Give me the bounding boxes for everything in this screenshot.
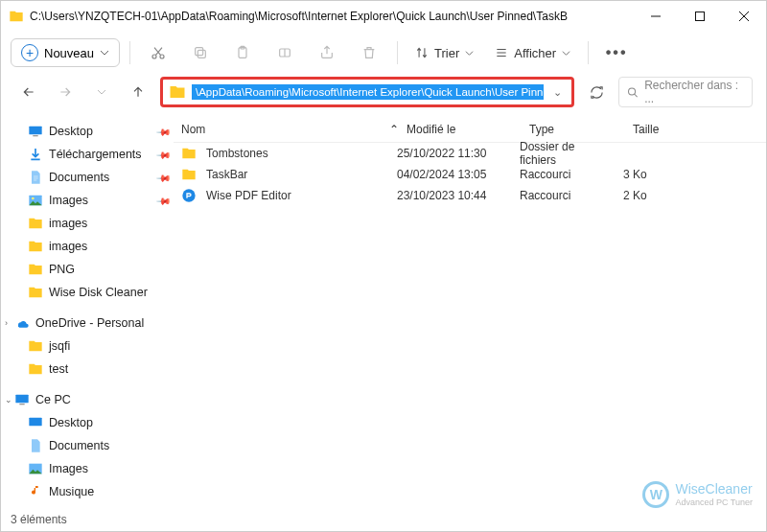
pin-icon: 📌: [156, 124, 172, 139]
toolbar: + Nouveau Trier Afficher •••: [1, 32, 766, 74]
sidebar-item-downloads[interactable]: Téléchargements📌: [11, 143, 174, 166]
svg-rect-15: [29, 418, 41, 427]
sort-icon: [415, 46, 429, 59]
view-menu[interactable]: Afficher: [487, 42, 578, 64]
sidebar-item-images2[interactable]: images: [11, 212, 174, 235]
pin-icon: 📌: [156, 193, 172, 208]
svg-rect-10: [33, 135, 37, 136]
svg-rect-9: [29, 127, 41, 135]
sidebar-item-test[interactable]: test: [11, 358, 174, 381]
address-path: \AppData\Roaming\Microsoft\Internet Expl…: [192, 84, 544, 100]
svg-rect-13: [15, 395, 28, 404]
sidebar-item-onedrive[interactable]: ›OneDrive - Personal: [11, 312, 174, 335]
up-button[interactable]: [124, 78, 152, 106]
folder-icon: [9, 9, 24, 24]
address-bar[interactable]: \AppData\Roaming\Microsoft\Internet Expl…: [160, 77, 574, 107]
minimize-button[interactable]: [634, 1, 678, 32]
new-label: Nouveau: [44, 46, 94, 60]
pin-icon: 📌: [156, 147, 172, 162]
svg-rect-0: [696, 12, 705, 21]
view-icon: [495, 46, 508, 59]
file-list[interactable]: Nom ⌃ Modifié le Type Taille Tombstones …: [174, 116, 766, 508]
chevron-down-icon[interactable]: ⌄: [549, 86, 566, 99]
watermark: W WiseCleaner Advanced PC Tuner: [642, 481, 753, 508]
titlebar: C:\Users\YNZQTECH-01\AppData\Roaming\Mic…: [1, 1, 766, 32]
file-row[interactable]: TaskBar 04/02/2024 13:05 Raccourci 3 Ko: [174, 164, 766, 185]
sidebar-item-documents[interactable]: Documents📌: [11, 166, 174, 189]
navigation-row: \AppData\Roaming\Microsoft\Internet Expl…: [1, 74, 766, 116]
more-button[interactable]: •••: [598, 37, 635, 68]
rename-button[interactable]: [267, 37, 303, 68]
separator: [397, 41, 398, 64]
sidebar-item-wise-disk-cleaner[interactable]: Wise Disk Cleaner: [11, 281, 174, 304]
pin-icon: 📌: [156, 170, 172, 185]
search-placeholder: Rechercher dans : ...: [644, 79, 744, 105]
back-button[interactable]: [14, 78, 43, 106]
window-title: C:\Users\YNZQTECH-01\AppData\Roaming\Mic…: [30, 10, 634, 23]
separator: [129, 41, 130, 64]
folder-icon: [181, 146, 197, 161]
copy-button[interactable]: [182, 37, 219, 68]
sidebar-item-pc-desktop[interactable]: Desktop: [11, 411, 174, 434]
refresh-button[interactable]: [582, 78, 611, 106]
sidebar-item-pc-images[interactable]: Images: [11, 457, 174, 480]
expand-icon[interactable]: ›: [5, 318, 8, 328]
sidebar-item-images[interactable]: Images📌: [11, 189, 174, 212]
close-button[interactable]: [722, 1, 766, 32]
sidebar-item-pc-documents[interactable]: Documents: [11, 434, 174, 457]
search-input[interactable]: Rechercher dans : ...: [618, 77, 753, 107]
search-icon: [627, 86, 639, 99]
folder-icon: [181, 167, 197, 182]
sidebar-item-png[interactable]: PNG: [11, 258, 174, 281]
sidebar-item-images3[interactable]: images: [11, 235, 174, 258]
expand-icon[interactable]: ⌄: [5, 395, 12, 405]
sort-asc-icon: ⌃: [389, 123, 399, 136]
column-headers: Nom ⌃ Modifié le Type Taille: [174, 116, 766, 143]
header-name[interactable]: Nom: [174, 123, 389, 136]
svg-rect-14: [19, 404, 24, 405]
sidebar-item-this-pc[interactable]: ⌄Ce PC: [11, 388, 174, 411]
sidebar-item-desktop[interactable]: Desktop📌: [11, 120, 174, 143]
paste-button[interactable]: [224, 37, 261, 68]
file-row[interactable]: Wise PDF Editor 23/10/2023 10:44 Raccour…: [174, 185, 766, 206]
item-count: 3 éléments: [11, 513, 67, 526]
svg-rect-3: [198, 50, 205, 58]
folder-icon: [169, 83, 186, 101]
new-button[interactable]: + Nouveau: [11, 38, 120, 67]
app-icon: [181, 188, 197, 203]
recent-button[interactable]: [87, 78, 116, 106]
main-content: Desktop📌 Téléchargements📌 Documents📌 Ima…: [1, 116, 766, 508]
chevron-down-icon: [465, 49, 474, 58]
separator: [588, 41, 589, 64]
svg-point-12: [32, 197, 35, 200]
sidebar[interactable]: Desktop📌 Téléchargements📌 Documents📌 Ima…: [1, 116, 174, 508]
forward-button[interactable]: [51, 78, 80, 106]
share-button[interactable]: [309, 37, 345, 68]
header-type[interactable]: Type: [522, 123, 625, 136]
status-bar: 3 éléments: [1, 508, 766, 531]
delete-button[interactable]: [351, 37, 387, 68]
svg-point-8: [629, 87, 636, 94]
sort-menu[interactable]: Trier: [407, 42, 481, 64]
sidebar-item-jsqfi[interactable]: jsqfi: [11, 335, 174, 358]
header-size[interactable]: Taille: [625, 123, 702, 136]
svg-rect-4: [196, 48, 203, 56]
sidebar-item-pc-music[interactable]: Musique: [11, 480, 174, 503]
chevron-down-icon: [562, 49, 570, 58]
chevron-down-icon: [100, 48, 109, 58]
plus-icon: +: [21, 44, 38, 61]
cut-button[interactable]: [140, 37, 176, 68]
file-row[interactable]: Tombstones 25/10/2022 11:30 Dossier de f…: [174, 143, 766, 164]
header-modified[interactable]: Modifié le: [399, 123, 522, 136]
wisecleaner-logo: W: [642, 481, 669, 508]
maximize-button[interactable]: [678, 1, 722, 32]
